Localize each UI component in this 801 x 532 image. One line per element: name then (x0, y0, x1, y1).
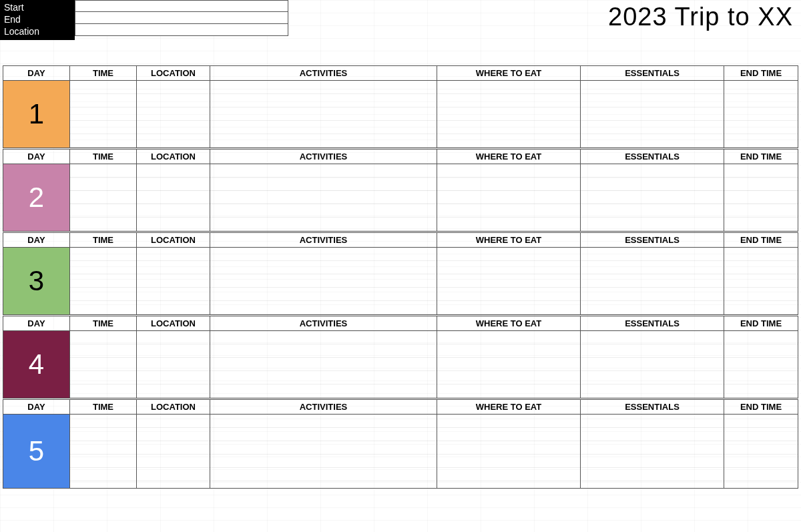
end-time-cell[interactable] (724, 81, 798, 148)
meta-label-location: Location (4, 25, 70, 37)
activities-cell[interactable] (210, 164, 437, 231)
day-body-row: 1 (3, 81, 798, 148)
col-header-essentials: ESSENTIALS (581, 400, 724, 414)
location-cell[interactable] (137, 415, 210, 488)
col-header-where_to_eat: WHERE TO EAT (437, 233, 581, 247)
column-header-row: DAYTIMELOCATIONACTIVITIESWHERE TO EATESS… (3, 316, 798, 331)
essentials-cell[interactable] (581, 331, 724, 398)
end-time-cell[interactable] (724, 164, 798, 231)
day-body-row: 2 (3, 164, 798, 231)
meta-label-end: End (4, 13, 70, 25)
meta-input-start[interactable] (75, 0, 288, 12)
time-cell[interactable] (70, 248, 137, 314)
essentials-cell[interactable] (581, 81, 724, 148)
day-section-2: DAYTIMELOCATIONACTIVITIESWHERE TO EATESS… (3, 149, 798, 232)
column-header-row: DAYTIMELOCATIONACTIVITIESWHERE TO EATESS… (3, 400, 798, 415)
day-body-row: 5 (3, 415, 798, 488)
trip-meta-block: Start End Location (0, 0, 288, 40)
essentials-cell[interactable] (581, 164, 724, 231)
page-title: 2023 Trip to XX (608, 0, 801, 31)
where-to-eat-cell[interactable] (437, 415, 581, 488)
col-header-essentials: ESSENTIALS (581, 316, 724, 330)
end-time-cell[interactable] (724, 415, 798, 488)
column-header-row: DAYTIMELOCATIONACTIVITIESWHERE TO EATESS… (3, 150, 798, 164)
activities-cell[interactable] (210, 331, 437, 398)
col-header-activities: ACTIVITIES (210, 316, 437, 330)
col-header-where_to_eat: WHERE TO EAT (437, 66, 581, 80)
day-section-3: DAYTIMELOCATIONACTIVITIESWHERE TO EATESS… (3, 232, 798, 315)
col-header-day: DAY (3, 150, 70, 164)
col-header-where_to_eat: WHERE TO EAT (437, 316, 581, 330)
col-header-location: LOCATION (137, 400, 210, 414)
col-header-time: TIME (70, 150, 137, 164)
col-header-where_to_eat: WHERE TO EAT (437, 400, 581, 414)
day-number-cell: 2 (3, 164, 70, 231)
col-header-where_to_eat: WHERE TO EAT (437, 150, 581, 164)
col-header-activities: ACTIVITIES (210, 150, 437, 164)
day-section-4: DAYTIMELOCATIONACTIVITIESWHERE TO EATESS… (3, 316, 798, 398)
col-header-end_time: END TIME (724, 233, 798, 247)
col-header-location: LOCATION (137, 150, 210, 164)
col-header-location: LOCATION (137, 66, 210, 80)
column-header-row: DAYTIMELOCATIONACTIVITIESWHERE TO EATESS… (3, 233, 798, 248)
time-cell[interactable] (70, 331, 137, 398)
day-number-cell: 3 (3, 248, 70, 314)
where-to-eat-cell[interactable] (437, 248, 581, 314)
col-header-day: DAY (3, 233, 70, 247)
essentials-cell[interactable] (581, 248, 724, 314)
location-cell[interactable] (137, 331, 210, 398)
col-header-time: TIME (70, 66, 137, 80)
activities-cell[interactable] (210, 81, 437, 148)
col-header-activities: ACTIVITIES (210, 233, 437, 247)
col-header-activities: ACTIVITIES (210, 400, 437, 414)
where-to-eat-cell[interactable] (437, 164, 581, 231)
location-cell[interactable] (137, 164, 210, 231)
meta-input-end[interactable] (75, 12, 288, 24)
day-section-1: DAYTIMELOCATIONACTIVITIESWHERE TO EATESS… (3, 65, 798, 148)
time-cell[interactable] (70, 415, 137, 488)
meta-input-location[interactable] (75, 24, 288, 36)
time-cell[interactable] (70, 164, 137, 231)
day-number-cell: 5 (3, 415, 70, 488)
col-header-essentials: ESSENTIALS (581, 66, 724, 80)
where-to-eat-cell[interactable] (437, 331, 581, 398)
col-header-day: DAY (3, 316, 70, 330)
col-header-day: DAY (3, 400, 70, 414)
end-time-cell[interactable] (724, 248, 798, 314)
activities-cell[interactable] (210, 248, 437, 314)
day-number-cell: 1 (3, 81, 70, 148)
location-cell[interactable] (137, 81, 210, 148)
col-header-location: LOCATION (137, 316, 210, 330)
col-header-essentials: ESSENTIALS (581, 233, 724, 247)
col-header-essentials: ESSENTIALS (581, 150, 724, 164)
where-to-eat-cell[interactable] (437, 81, 581, 148)
time-cell[interactable] (70, 81, 137, 148)
activities-cell[interactable] (210, 415, 437, 488)
column-header-row: DAYTIMELOCATIONACTIVITIESWHERE TO EATESS… (3, 66, 798, 81)
col-header-end_time: END TIME (724, 150, 798, 164)
col-header-end_time: END TIME (724, 66, 798, 80)
day-body-row: 3 (3, 248, 798, 314)
day-number-cell: 4 (3, 331, 70, 398)
col-header-time: TIME (70, 400, 137, 414)
col-header-time: TIME (70, 233, 137, 247)
col-header-end_time: END TIME (724, 316, 798, 330)
essentials-cell[interactable] (581, 415, 724, 488)
col-header-location: LOCATION (137, 233, 210, 247)
day-body-row: 4 (3, 331, 798, 398)
meta-label-start: Start (4, 1, 70, 13)
col-header-activities: ACTIVITIES (210, 66, 437, 80)
location-cell[interactable] (137, 248, 210, 314)
col-header-end_time: END TIME (724, 400, 798, 414)
end-time-cell[interactable] (724, 331, 798, 398)
col-header-time: TIME (70, 316, 137, 330)
day-section-5: DAYTIMELOCATIONACTIVITIESWHERE TO EATESS… (3, 399, 798, 489)
col-header-day: DAY (3, 66, 70, 80)
